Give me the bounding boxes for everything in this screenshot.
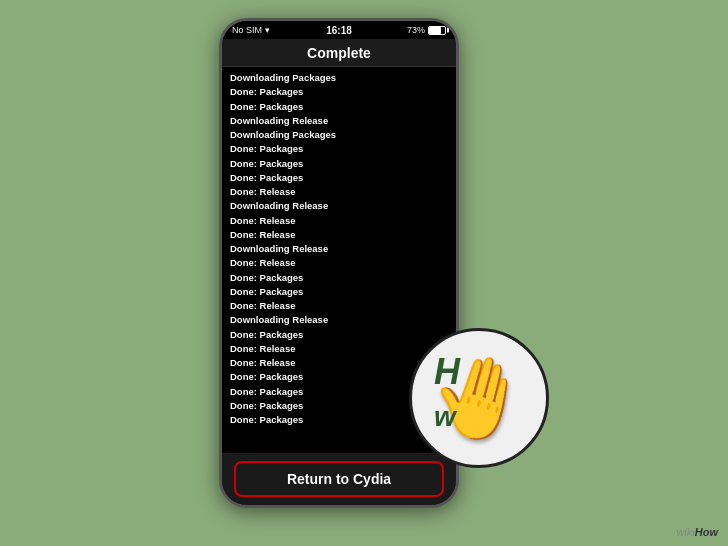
hand-overlay: Hw 🤚 <box>409 328 569 488</box>
log-line: Done: Packages <box>230 100 448 114</box>
battery-fill <box>429 27 441 34</box>
log-line: Done: Release <box>230 228 448 242</box>
log-line: Done: Packages <box>230 157 448 171</box>
log-line: Done: Packages <box>230 271 448 285</box>
log-line: Downloading Release <box>230 242 448 256</box>
log-line: Downloading Packages <box>230 128 448 142</box>
battery-percent: 73% <box>407 25 425 35</box>
log-line: Done: Release <box>230 299 448 313</box>
log-line: Done: Release <box>230 185 448 199</box>
wikihow-hand-logo: Hw <box>434 351 460 435</box>
wiki-suffix: How <box>695 526 718 538</box>
log-line: Done: Packages <box>230 142 448 156</box>
screen-title: Complete <box>222 39 456 67</box>
time-display: 16:18 <box>326 25 352 36</box>
log-line: Downloading Release <box>230 313 448 327</box>
log-line: Done: Packages <box>230 85 448 99</box>
hand-circle: Hw 🤚 <box>409 328 549 468</box>
wiki-prefix: wiki <box>676 526 694 538</box>
battery-icon <box>428 26 446 35</box>
log-line: Done: Release <box>230 214 448 228</box>
log-line: Done: Packages <box>230 171 448 185</box>
status-bar: No SIM ▾ 16:18 73% <box>222 21 456 39</box>
log-line: Downloading Release <box>230 114 448 128</box>
wikihow-badge: wikiHow <box>676 526 718 538</box>
log-line: Done: Packages <box>230 285 448 299</box>
log-line: Downloading Release <box>230 199 448 213</box>
phone-wrapper: No SIM ▾ 16:18 73% Complete Downloading … <box>219 18 509 528</box>
log-line: Downloading Packages <box>230 71 448 85</box>
log-line: Done: Release <box>230 256 448 270</box>
carrier-signal: No SIM ▾ <box>232 25 270 35</box>
battery-area: 73% <box>407 25 446 35</box>
